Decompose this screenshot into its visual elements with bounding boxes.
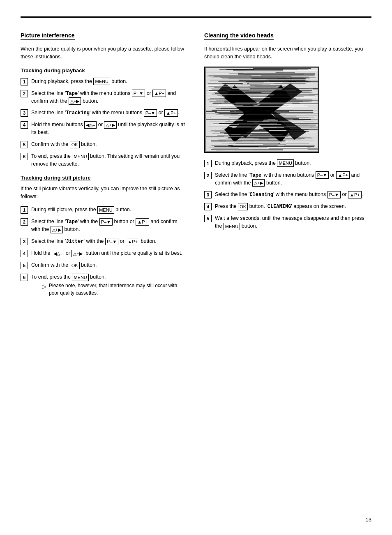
- pminus-btn: P–▼: [144, 109, 157, 117]
- tracking-still-intro: If the still picture vibrates vertically…: [21, 185, 188, 201]
- step-num: 1: [204, 160, 212, 167]
- menu-btn: MENU: [72, 153, 88, 161]
- step-num: 3: [21, 238, 28, 245]
- step-content: To end, press the MENU button. This sett…: [31, 152, 188, 168]
- menu-btn: MENU: [97, 206, 114, 214]
- step-num: 2: [204, 172, 212, 179]
- rewind-btn: ◀△–: [52, 250, 64, 258]
- step-content: Hold the menu buttons ◀△– or △+▶ until t…: [31, 121, 188, 136]
- step-num: 5: [21, 262, 28, 269]
- page-container: Picture interference When the picture qu…: [0, 0, 392, 535]
- cleaning-intro: If horizontal lines appear on the screen…: [204, 45, 371, 61]
- step-left-2-6: 6 To end, press the MENU button. ▷ Pleas…: [21, 273, 188, 297]
- mono-tape: Tape: [66, 219, 78, 225]
- applus-btn: ▲P+: [126, 238, 139, 246]
- ok-btn: OK: [70, 262, 80, 270]
- step-num: 4: [204, 203, 212, 210]
- mono-jitter: Jitter: [66, 239, 83, 244]
- menu-btn: MENU: [277, 159, 293, 167]
- step-num: 5: [204, 215, 212, 222]
- picture-interference-intro: When the picture quality is poor when yo…: [21, 45, 188, 61]
- note-arrow-icon: ▷: [42, 282, 46, 291]
- step-left-1-2: 2 Select the line 'Tape' with the menu b…: [21, 90, 188, 105]
- step-content: To end, press the MENU button. ▷ Please …: [31, 273, 188, 297]
- step-num: 3: [204, 191, 212, 198]
- step-left-2-1: 1 During still picture, press the MENU b…: [21, 206, 188, 214]
- left-column: Picture interference When the picture qu…: [21, 26, 188, 301]
- step-num: 4: [21, 121, 28, 129]
- step-left-1-6: 6 To end, press the MENU button. This se…: [21, 152, 188, 168]
- step-num: 5: [21, 141, 28, 148]
- step-num: 2: [21, 90, 28, 97]
- advance-btn: △+▶: [69, 97, 81, 105]
- step-left-2-5: 5 Confirm with the OK button.: [21, 261, 188, 269]
- step-content: Confirm with the OK button.: [31, 261, 188, 269]
- mono-tape: Tape: [249, 173, 261, 178]
- step-right-4: 4 Press the OK button. 'CLEANING' appear…: [204, 203, 371, 210]
- step-content: During playback, press the MENU button.: [31, 78, 188, 85]
- step-left-2-3: 3 Select the line 'Jitter' with the P–▼ …: [21, 238, 188, 245]
- tracking-still-title: Tracking during still picture: [21, 175, 188, 181]
- step-num: 3: [21, 109, 28, 117]
- top-border: [21, 16, 371, 18]
- rewind-btn: ◀△–: [84, 121, 97, 129]
- step-right-3: 3 Select the line 'Cleaning' with the me…: [204, 191, 371, 198]
- mono-cleaning: Cleaning: [249, 192, 273, 198]
- ok-btn: OK: [238, 203, 248, 211]
- step-content: Select the line 'Tape' with the menu but…: [215, 171, 371, 187]
- step-content: Select the line 'Cleaning' with the menu…: [215, 191, 371, 198]
- step-content: Select the line 'Tape' with the P–▼ butt…: [31, 218, 188, 233]
- pminus-btn: P–▼: [132, 90, 145, 97]
- advance-btn: △+▶: [71, 250, 84, 258]
- step-content: Select the line 'Tape' with the menu but…: [31, 90, 188, 105]
- cleaning-title: Cleaning the video heads: [204, 32, 274, 40]
- menu-btn: MENU: [224, 223, 240, 231]
- pminus-btn: P–▼: [316, 171, 329, 179]
- step-num: 2: [21, 218, 28, 226]
- step-left-1-5: 5 Confirm with the OK button.: [21, 141, 188, 148]
- picture-interference-title: Picture interference: [21, 32, 75, 40]
- pminus-btn: P–▼: [327, 191, 341, 199]
- applus-btn: ▲P+: [136, 218, 149, 226]
- columns: Picture interference When the picture qu…: [21, 26, 371, 301]
- menu-btn: MENU: [93, 78, 110, 85]
- step-content: During playback, press the MENU button.: [215, 159, 371, 167]
- step-num: 1: [21, 206, 28, 214]
- step-right-1: 1 During playback, press the MENU button…: [204, 159, 371, 167]
- step-left-1-3: 3 Select the line 'Tracking' with the me…: [21, 109, 188, 117]
- step-content: Select the line 'Jitter' with the P–▼ or…: [31, 238, 188, 245]
- applus-btn: ▲P+: [152, 90, 166, 97]
- step-num: 6: [21, 274, 28, 281]
- applus-btn: ▲P+: [164, 109, 178, 117]
- step-content: Confirm with the OK button.: [31, 141, 188, 148]
- step-left-2-4: 4 Hold the ◀△– or △+▶ button until the p…: [21, 249, 188, 257]
- step-content: During still picture, press the MENU but…: [31, 206, 188, 214]
- step-content: Wait a few seconds, until the message di…: [215, 214, 371, 230]
- step-content: Select the line 'Tracking' with the menu…: [31, 109, 188, 117]
- step-left-2-2: 2 Select the line 'Tape' with the P–▼ bu…: [21, 218, 188, 233]
- step-num: 6: [21, 153, 28, 160]
- advance-btn: △+▶: [252, 179, 265, 187]
- mono-tracking: Tracking: [66, 110, 90, 116]
- step-num: 4: [21, 250, 28, 257]
- video-heads-image: [204, 67, 319, 153]
- page-number: 13: [366, 517, 371, 523]
- menu-btn: MENU: [72, 274, 88, 281]
- advance-btn: △+▶: [51, 226, 63, 234]
- step-num: 1: [21, 78, 28, 85]
- advance-btn: △+▶: [104, 121, 116, 129]
- step-left-1-4: 4 Hold the menu buttons ◀△– or △+▶ until…: [21, 121, 188, 136]
- tracking-playback-title: Tracking during playback: [21, 67, 188, 74]
- right-column: Cleaning the video heads If horizontal l…: [204, 26, 371, 301]
- applus-btn: ▲P+: [348, 191, 362, 199]
- step-right-2: 2 Select the line 'Tape' with the menu b…: [204, 171, 371, 187]
- step-left-1-1: 1 During playback, press the MENU button…: [21, 78, 188, 85]
- step-content: Press the OK button. 'CLEANING' appears …: [215, 203, 371, 210]
- mono-tape: Tape: [66, 91, 78, 97]
- note-text: Please note, however, that interference …: [49, 282, 188, 297]
- step-right-5: 5 Wait a few seconds, until the message …: [204, 214, 371, 230]
- pminus-btn: P–▼: [99, 218, 113, 226]
- note-item: ▷ Please note, however, that interferenc…: [42, 282, 188, 297]
- mono-cleaning-caps: CLEANING: [267, 204, 291, 210]
- pminus-btn: P–▼: [105, 238, 118, 246]
